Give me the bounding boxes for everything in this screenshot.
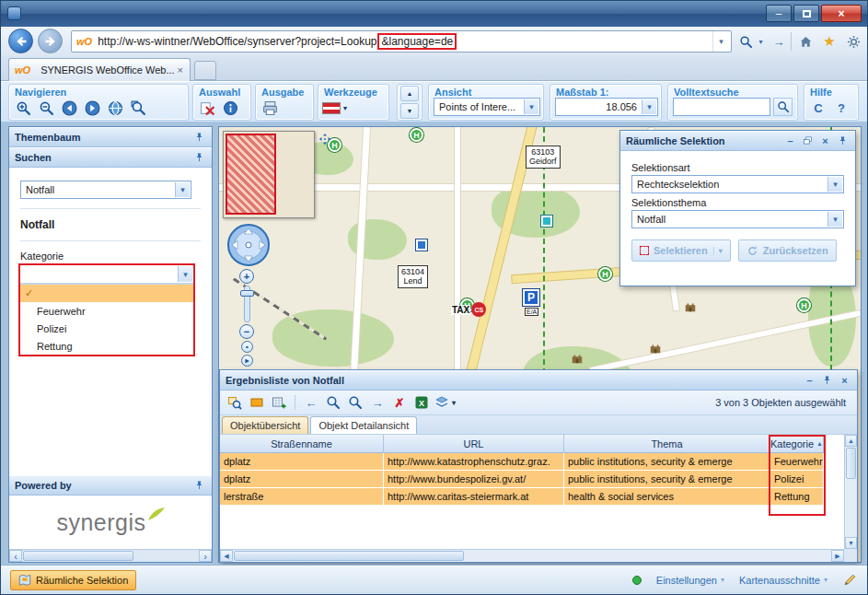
chevron-down-icon[interactable]: ▾ bbox=[827, 212, 842, 227]
help-button[interactable]: ? bbox=[831, 99, 851, 117]
next-record-button[interactable]: → bbox=[368, 393, 387, 412]
play-button[interactable]: ▸ bbox=[241, 355, 253, 367]
scroll-right-button[interactable]: › bbox=[199, 550, 212, 562]
identify-button[interactable] bbox=[220, 99, 240, 117]
zoom-in-map-button[interactable]: + bbox=[239, 269, 254, 284]
highlight-results-button[interactable] bbox=[248, 393, 266, 412]
fulltext-search-input[interactable] bbox=[673, 98, 770, 116]
clear-selection-button[interactable] bbox=[197, 99, 217, 117]
pin-icon[interactable] bbox=[192, 479, 206, 492]
table-cell[interactable]: http://www.caritas-steiermark.at bbox=[384, 488, 564, 506]
overview-extent-rectangle[interactable] bbox=[226, 134, 276, 215]
table-row[interactable]: dplatz http://www.bundespolizei.gv.at/ p… bbox=[220, 471, 824, 488]
overview-map[interactable] bbox=[223, 131, 315, 218]
table-cell[interactable]: http://www.bundespolizei.gv.at/ bbox=[384, 471, 564, 488]
chevron-down-icon[interactable]: ▾ bbox=[827, 177, 842, 192]
dropdown-option-polizei[interactable]: Polizei bbox=[20, 320, 193, 337]
selektieren-button[interactable]: Selektieren ▾ bbox=[631, 239, 731, 262]
zoom-previous-button[interactable] bbox=[324, 393, 342, 412]
browser-tab[interactable]: wO SYNERGIS WebOffice Web... × bbox=[8, 58, 191, 81]
zuruecksetzen-button[interactable]: Zurücksetzen bbox=[738, 239, 837, 262]
pin-icon[interactable] bbox=[192, 131, 206, 144]
minimize-icon[interactable]: – bbox=[783, 134, 797, 147]
column-header-thema[interactable]: Thema bbox=[564, 435, 770, 452]
dropdown-option-feuerwehr[interactable]: Feuerwehr bbox=[20, 302, 193, 320]
scroll-right-button[interactable]: ▶ bbox=[831, 550, 844, 562]
minimize-icon[interactable]: – bbox=[803, 374, 816, 387]
powered-by-header[interactable]: Powered by bbox=[9, 475, 212, 496]
zoom-window-button[interactable] bbox=[128, 99, 148, 117]
table-cell[interactable]: http://www.katastrophenschutz.graz. bbox=[384, 453, 564, 471]
column-header-kategorie[interactable]: Kategorie▲ bbox=[770, 435, 824, 452]
toolbar-scroll-down-button[interactable]: ▼ bbox=[400, 103, 419, 119]
address-bar[interactable]: wO http://w-ws-wintner/WebOffice/synserv… bbox=[71, 30, 732, 52]
previous-extent-button[interactable] bbox=[59, 99, 79, 117]
float-window-icon[interactable] bbox=[801, 134, 815, 147]
results-header[interactable]: Ergebnisliste von Notfall – × bbox=[220, 370, 857, 391]
table-cell[interactable]: Feuerwehr bbox=[770, 453, 824, 471]
chevron-down-icon[interactable]: ▾ bbox=[175, 182, 190, 197]
redline-pencil-button[interactable] bbox=[842, 572, 858, 588]
table-cell[interactable]: dplatz bbox=[220, 471, 384, 488]
print-button[interactable] bbox=[260, 99, 280, 117]
favorites-button[interactable]: ★ bbox=[818, 31, 840, 52]
results-horizontal-scrollbar[interactable]: ◀ ▶ bbox=[220, 549, 844, 562]
column-header-strassenname[interactable]: Straßenname bbox=[220, 435, 384, 452]
search-theme-select[interactable]: Notfall ▾ bbox=[20, 181, 191, 199]
category-select[interactable]: ▾ bbox=[20, 265, 193, 284]
view-select[interactable]: Points of Intere... ▾ bbox=[434, 98, 540, 116]
selektionsthema-select[interactable]: Notfall ▾ bbox=[631, 210, 844, 228]
pin-icon[interactable] bbox=[820, 374, 834, 387]
kartenausschnitte-menu[interactable]: Kartenausschnitte ▾ bbox=[739, 575, 827, 586]
column-header-url[interactable]: URL bbox=[384, 435, 564, 452]
window-minimize-button[interactable]: – bbox=[766, 5, 792, 22]
search-button[interactable] bbox=[735, 31, 757, 52]
themenbaum-header[interactable]: Themenbaum bbox=[9, 127, 212, 147]
table-row[interactable]: dplatz http://www.katastrophenschutz.gra… bbox=[220, 453, 824, 471]
table-cell[interactable]: lerstraße bbox=[220, 488, 384, 506]
zoom-out-map-button[interactable]: − bbox=[239, 324, 254, 339]
pin-icon[interactable] bbox=[192, 151, 206, 164]
scale-input[interactable]: 18.056 ▾ bbox=[555, 98, 658, 116]
scroll-left-button[interactable]: ‹ bbox=[9, 550, 22, 562]
zoom-slider-handle[interactable] bbox=[240, 290, 254, 297]
home-button[interactable] bbox=[794, 31, 816, 52]
scrollbar-thumb[interactable] bbox=[23, 551, 133, 561]
close-icon[interactable]: × bbox=[838, 374, 851, 387]
add-table-button[interactable] bbox=[270, 393, 288, 412]
window-close-button[interactable]: × bbox=[821, 5, 862, 22]
scroll-up-button[interactable]: ▲ bbox=[845, 435, 857, 447]
full-extent-button[interactable] bbox=[105, 99, 125, 117]
tab-close-icon[interactable]: × bbox=[175, 64, 186, 76]
fulltext-search-button[interactable] bbox=[773, 98, 793, 116]
previous-record-button[interactable]: ← bbox=[302, 393, 320, 412]
language-selector[interactable]: ▾ bbox=[322, 99, 347, 117]
table-cell[interactable]: public institutions, security & emerge bbox=[564, 471, 770, 488]
zoom-next-button[interactable] bbox=[346, 393, 365, 412]
close-icon[interactable]: × bbox=[818, 134, 832, 147]
table-cell[interactable]: public institutions, security & emerge bbox=[564, 453, 770, 471]
einstellungen-menu[interactable]: Einstellungen ▾ bbox=[656, 575, 724, 586]
scrollbar-thumb[interactable] bbox=[234, 551, 464, 561]
sidebar-horizontal-scrollbar[interactable]: ‹ › bbox=[9, 549, 212, 562]
zoom-out-button[interactable] bbox=[36, 99, 56, 117]
back-button[interactable] bbox=[8, 29, 33, 53]
spatial-selection-header[interactable]: Räumliche Selektion – × bbox=[620, 131, 855, 151]
zoom-in-button[interactable] bbox=[13, 99, 33, 117]
pan-compass-control[interactable] bbox=[226, 223, 271, 267]
scroll-left-button[interactable]: ◀ bbox=[220, 550, 233, 562]
raeumliche-selektion-taskbar-button[interactable]: Räumliche Selektion bbox=[10, 570, 136, 590]
bookmark-dot-button[interactable]: • bbox=[241, 341, 253, 353]
reload-config-button[interactable]: C bbox=[808, 99, 828, 117]
remove-results-button[interactable]: ✗ bbox=[390, 393, 409, 412]
table-cell[interactable]: Rettung bbox=[770, 488, 824, 506]
excel-export-button[interactable] bbox=[412, 393, 431, 412]
table-cell[interactable]: health & social services bbox=[564, 488, 770, 506]
suchen-header[interactable]: Suchen bbox=[9, 147, 212, 168]
tab-objekt-detailansicht[interactable]: Objekt Detailansicht bbox=[310, 416, 417, 434]
search-options-caret[interactable]: ▾ bbox=[755, 31, 767, 52]
chevron-down-icon[interactable]: ▾ bbox=[524, 99, 538, 114]
table-row[interactable]: lerstraße http://www.caritas-steiermark.… bbox=[220, 488, 824, 506]
address-history-caret[interactable]: ▾ bbox=[712, 31, 729, 52]
selektionsart-select[interactable]: Rechteckselektion ▾ bbox=[631, 175, 844, 193]
